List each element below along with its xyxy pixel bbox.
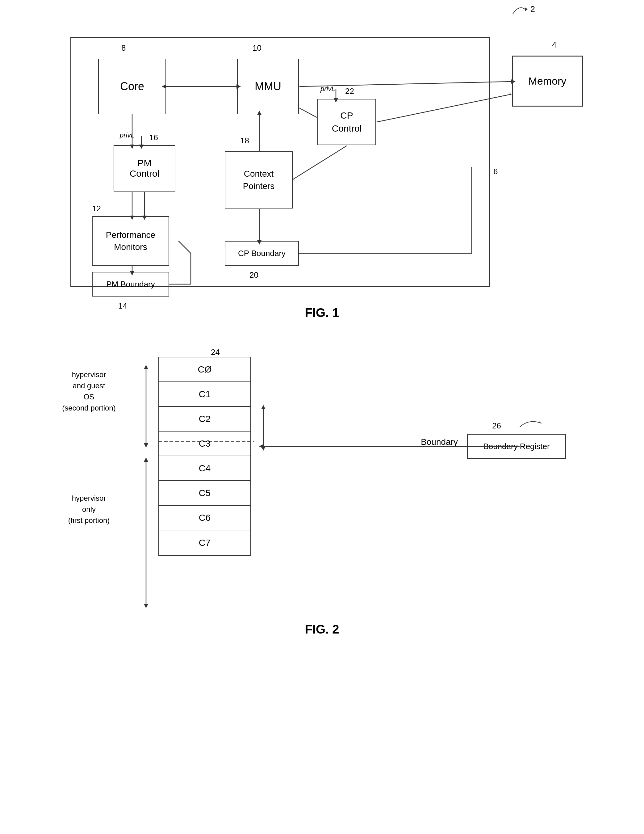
- ref-20: 20: [249, 270, 258, 280]
- ref-12: 12: [92, 204, 101, 213]
- svg-marker-41: [261, 405, 266, 409]
- ref-10: 10: [253, 43, 261, 53]
- mmu-box: MMU: [237, 59, 299, 114]
- ref-14: 14: [118, 301, 127, 311]
- svg-marker-0: [525, 7, 528, 11]
- ref-18: 18: [240, 136, 249, 145]
- page: 2 6 Memory 4 Core 8: [0, 0, 644, 834]
- fig1-diagram: 6 Memory 4 Core 8 MMU 1: [52, 19, 592, 297]
- fig1-label: FIG. 1: [29, 306, 615, 320]
- pm-control-box: PMControl: [114, 145, 175, 192]
- ref-4: 4: [552, 40, 556, 50]
- cp-boundary-box: CP Boundary: [225, 241, 299, 266]
- ref-2-arrow: [510, 3, 528, 15]
- ref-22: 22: [345, 86, 354, 96]
- fig2-inner: hypervisorand guestOS(second portion) hy…: [29, 344, 615, 629]
- fig2-section: hypervisorand guestOS(second portion) hy…: [29, 344, 615, 636]
- svg-marker-44: [259, 444, 263, 449]
- perf-monitors-box: PerformanceMonitors: [92, 216, 169, 266]
- privl-pm: privL: [120, 131, 135, 139]
- pm-boundary-box: PM Boundary: [92, 272, 169, 297]
- memory-box: Memory: [512, 56, 583, 107]
- ref-16: 16: [149, 133, 158, 142]
- privl-cp: privL: [320, 85, 335, 93]
- ref-2: 2: [510, 3, 535, 15]
- fig1-ref-2-num: 2: [530, 4, 535, 14]
- fig1-container: 2 6 Memory 4 Core 8: [29, 19, 615, 320]
- fig2-arrows: [29, 344, 615, 629]
- core-box: Core: [98, 59, 166, 114]
- ref-8: 8: [121, 43, 126, 53]
- context-pointers-box: ContextPointers: [225, 151, 293, 208]
- ref-6: 6: [493, 167, 498, 176]
- cp-control-box: CPControl: [317, 99, 376, 145]
